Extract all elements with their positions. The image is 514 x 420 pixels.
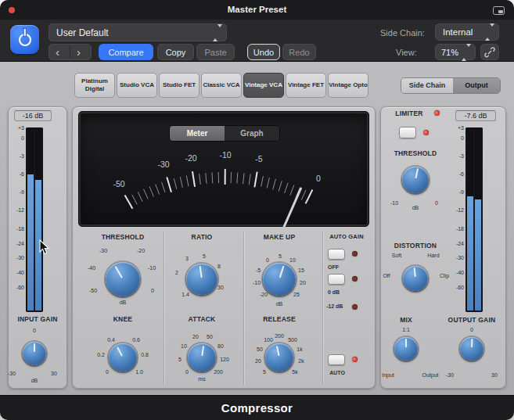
auto-gain-label: AUTO GAIN (324, 233, 369, 240)
divider (164, 232, 164, 385)
input-gain-knob[interactable] (23, 342, 46, 365)
side-chain-dropdown[interactable]: Internal (435, 23, 499, 41)
threshold-unit-label: dB (117, 300, 129, 306)
meter-scale-label: -12 (446, 207, 464, 214)
release-scale-label: 500 (286, 337, 299, 343)
output-gain-label: OUTPUT GAIN (440, 316, 503, 324)
limiter-threshold-knob[interactable] (402, 167, 429, 193)
chevron-up-down-icon (462, 47, 471, 58)
plugin-name: Compressor (0, 396, 514, 420)
meter-scale-label: -30 (446, 255, 464, 261)
output-gain-knob[interactable] (460, 337, 483, 361)
ratio-knob[interactable] (186, 264, 217, 295)
link-button[interactable] (480, 44, 499, 60)
release-auto-button[interactable] (328, 354, 345, 365)
output-segment[interactable]: Output (453, 78, 500, 93)
knee-scale-label: 1.0 (133, 369, 146, 375)
tab-studio-fet[interactable]: Studio FET (159, 73, 199, 98)
output-meter-bar-right (475, 199, 481, 311)
output-meter-bar-left (467, 196, 473, 311)
copy-button[interactable]: Copy (157, 44, 194, 60)
makeup-scale-label: -10 (250, 280, 263, 286)
tab-platinum-digital[interactable]: Platinum Digital (74, 73, 115, 98)
meter-scale-label: -40 (6, 270, 24, 276)
tab-studio-vca[interactable]: Studio VCA (117, 73, 157, 98)
release-knob[interactable] (265, 343, 293, 372)
auto-gain-option-label: -12 dB (326, 303, 351, 310)
threshold-knob[interactable] (106, 262, 140, 296)
window-mode-icon[interactable] (493, 6, 505, 15)
sidechain-output-toggle: Side Chain Output (401, 77, 501, 94)
compare-button[interactable]: Compare (99, 44, 153, 60)
mix-knob[interactable] (394, 337, 418, 361)
makeup-label: MAKE UP (248, 233, 311, 241)
knee-scale-label: 0.4 (105, 337, 117, 343)
next-preset-button[interactable]: › (77, 45, 81, 59)
output-gain-scale-label: 30 (488, 372, 501, 379)
chevron-up-down-icon (213, 27, 222, 38)
redo-button[interactable]: Redo (282, 44, 316, 60)
auto-gain-off-led (352, 251, 358, 257)
meter-scale-label: -40 (446, 270, 464, 276)
limiter-unit-label: dB (408, 205, 422, 211)
release-scale-label: 2k (296, 358, 307, 364)
limiter-label: LIMITER (387, 109, 431, 117)
auto-gain-0db-button[interactable] (328, 274, 345, 285)
distortion-knob[interactable] (403, 266, 428, 291)
paste-button[interactable]: Paste (196, 44, 235, 60)
input-gain-readout[interactable]: -16 dB (14, 110, 52, 121)
makeup-knob[interactable] (263, 263, 296, 296)
attack-scale-label: 20 (190, 334, 201, 340)
threshold-scale-label: -20 (135, 248, 147, 254)
vu-scale-label: -5 (255, 154, 262, 163)
limiter-enable-button[interactable] (399, 127, 416, 138)
attack-knob[interactable] (188, 343, 216, 372)
vu-scale-label: -30 (157, 160, 169, 169)
knee-scale-label: 0.2 (95, 352, 107, 358)
tab-vintage-opto[interactable]: Vintage Opto (328, 73, 368, 98)
side-chain-segment[interactable]: Side Chain (401, 78, 453, 93)
ratio-label: RATIO (171, 233, 233, 241)
vu-scale-label: -50 (113, 179, 124, 188)
preset-nav: ‹ › (49, 44, 92, 60)
limiter-led (434, 110, 440, 116)
graph-segment[interactable]: Graph (225, 126, 279, 141)
preset-dropdown[interactable]: User Default (49, 23, 227, 41)
attack-unit-label: ms (196, 376, 207, 382)
output-gain-readout[interactable]: -7.6 dB (455, 110, 496, 121)
side-chain-value: Internal (443, 27, 473, 37)
meter-scale-label: -3 (446, 153, 464, 160)
knee-knob[interactable] (109, 343, 137, 372)
distortion-label: DISTORTION (385, 242, 446, 249)
bypass-power-button[interactable] (10, 25, 39, 54)
chevron-up-down-icon (485, 27, 494, 38)
meter-scale-label: 0 (446, 135, 464, 142)
makeup-scale-label: -20 (257, 292, 270, 298)
output-gain-scale-label: 0 (467, 327, 476, 333)
meter-scale-label: -6 (446, 171, 464, 178)
power-icon-bar (23, 29, 26, 36)
window-title: Master Preset (0, 5, 514, 14)
attack-label: ATTACK (171, 315, 233, 323)
undo-button[interactable]: Undo (247, 44, 280, 60)
distortion-scale-label: Off (379, 273, 394, 279)
view-zoom-dropdown[interactable]: 71% (435, 44, 476, 60)
input-gain-scale-label: 0 (30, 328, 39, 334)
meter-scale-label: -18 (446, 226, 464, 232)
threshold-scale-label: -50 (87, 288, 99, 294)
input-gain-scale-label: -30 (5, 371, 19, 377)
attack-scale-label: 200 (212, 369, 225, 375)
meter-scale-label: -6 (6, 171, 24, 178)
meter-graph-toggle: Meter Graph (169, 125, 280, 142)
tab-vintage-fet[interactable]: Vintage FET (286, 73, 326, 98)
meter-segment[interactable]: Meter (170, 126, 225, 141)
knee-scale-label: 0.8 (138, 352, 151, 358)
auto-gain-off-button[interactable] (328, 249, 345, 260)
input-gain-label: INPUT GAIN (8, 315, 67, 323)
tab-vintage-vca[interactable]: Vintage VCA (243, 73, 284, 98)
release-scale-label: 5 (260, 369, 269, 375)
vu-scale-label: 0 (316, 174, 321, 183)
view-label: View: (396, 48, 417, 57)
tab-classic-vca[interactable]: Classic VCA (201, 73, 242, 98)
previous-preset-button[interactable]: ‹ (56, 45, 59, 59)
